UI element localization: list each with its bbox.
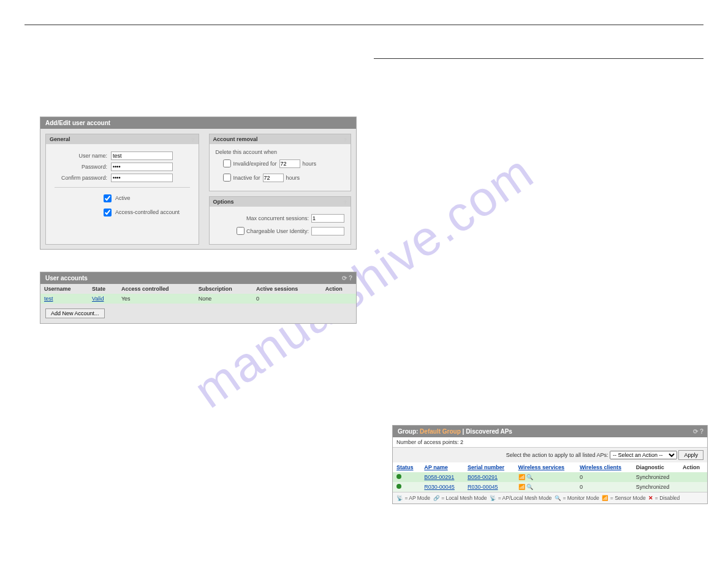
cell-clients: 0 bbox=[576, 472, 632, 482]
removal-box: Account removal ? Delete this account wh… bbox=[209, 134, 352, 191]
active-checkbox[interactable] bbox=[104, 194, 112, 202]
col-status[interactable]: Status bbox=[393, 462, 420, 472]
disabled-icon: ✕ bbox=[648, 495, 653, 501]
ap-count-label: Number of access points: 2 bbox=[396, 439, 463, 445]
col-state: State bbox=[88, 284, 118, 294]
legend-lm: = Local Mesh Mode bbox=[441, 495, 487, 501]
col-access: Access controlled bbox=[118, 284, 195, 294]
general-header: General ? bbox=[46, 134, 199, 144]
invalid-label: Invalid/expired for bbox=[233, 161, 277, 167]
col-subscription: Subscription bbox=[195, 284, 252, 294]
col-action: Action bbox=[679, 462, 707, 472]
ap-name-link[interactable]: B058-00291 bbox=[424, 474, 454, 480]
col-wclients[interactable]: Wireless clients bbox=[576, 462, 632, 472]
table-row: B058-00291 B058-00291 📶 🔍 0 Synchronized bbox=[393, 472, 707, 482]
action-bar: Select the action to apply to all listed… bbox=[393, 448, 707, 462]
invalid-hours-suffix: hours bbox=[303, 161, 317, 167]
inactive-hours-input[interactable] bbox=[263, 174, 284, 182]
group-suffix: | Discovered APs bbox=[461, 428, 512, 435]
cell-diag: Synchronized bbox=[632, 472, 679, 482]
discovered-aps-header: Group: Default Group | Discovered APs ⟳ … bbox=[393, 426, 707, 437]
action-select[interactable]: -- Select an Action -- bbox=[610, 451, 677, 459]
inactive-hours-suffix: hours bbox=[286, 175, 300, 181]
help-icon[interactable]: ⟳ ? bbox=[342, 275, 352, 282]
password-input[interactable] bbox=[111, 163, 173, 171]
col-apname[interactable]: AP name bbox=[420, 462, 464, 472]
table-row: test Valid Yes None 0 bbox=[40, 294, 356, 304]
user-accounts-title: User accounts bbox=[45, 275, 88, 282]
top-divider bbox=[25, 25, 703, 25]
secondary-divider bbox=[374, 58, 703, 59]
add-new-account-button[interactable]: Add New Account... bbox=[45, 308, 105, 318]
cell-subscription: None bbox=[195, 294, 252, 304]
invalid-hours-input[interactable] bbox=[279, 159, 300, 168]
apply-button[interactable]: Apply bbox=[678, 450, 703, 460]
legend-ap: = AP Mode bbox=[404, 495, 430, 501]
col-diag: Diagnostic bbox=[632, 462, 679, 472]
state-link[interactable]: Valid bbox=[92, 296, 104, 302]
legend-dis: = Disabled bbox=[655, 495, 680, 501]
legend-aplm: = AP/Local Mesh Mode bbox=[498, 495, 552, 501]
legend-mon: = Monitor Mode bbox=[563, 495, 599, 501]
username-label: User name: bbox=[52, 153, 107, 159]
cell-active: 0 bbox=[252, 294, 322, 304]
confirm-password-input[interactable] bbox=[111, 174, 173, 182]
chargeable-input[interactable] bbox=[311, 227, 344, 236]
action-label: Select the action to apply to all listed… bbox=[506, 452, 609, 458]
add-edit-panel: Add/Edit user account General ? User nam… bbox=[40, 117, 357, 250]
status-dot-icon bbox=[396, 484, 401, 489]
monitor-icon: 🔍 bbox=[555, 495, 561, 501]
add-edit-title: Add/Edit user account bbox=[45, 120, 110, 126]
username-input[interactable] bbox=[111, 151, 173, 160]
user-accounts-header: User accounts ⟳ ? bbox=[40, 272, 356, 284]
sensor-icon: 📶 bbox=[602, 495, 609, 501]
monitor-icon: 🔍 bbox=[526, 474, 533, 480]
col-wservices[interactable]: Wireless services bbox=[515, 462, 576, 472]
discovered-aps-panel: Group: Default Group | Discovered APs ⟳ … bbox=[392, 425, 708, 504]
options-box: Options ? Max concurrent sessions: Charg… bbox=[209, 196, 352, 245]
cell-action bbox=[322, 294, 356, 304]
monitor-icon: 🔍 bbox=[526, 484, 533, 490]
antenna-icon: 📶 bbox=[518, 484, 525, 490]
serial-link[interactable]: B058-00291 bbox=[468, 474, 498, 480]
help-icon[interactable]: ? bbox=[344, 137, 347, 143]
group-prefix: Group: bbox=[398, 428, 420, 435]
options-header: Options ? bbox=[210, 197, 351, 207]
cell-access: Yes bbox=[118, 294, 195, 304]
col-active: Active sessions bbox=[252, 284, 322, 294]
username-link[interactable]: test bbox=[44, 296, 53, 302]
group-name: Default Group bbox=[420, 428, 461, 435]
general-box: General ? User name: Password: Confirm p… bbox=[45, 134, 199, 245]
cell-action bbox=[679, 482, 707, 492]
discovered-aps-table: Status AP name Serial number Wireless se… bbox=[393, 462, 707, 492]
legend-row: 📡 = AP Mode 🔗 = Local Mesh Mode 📡 = AP/L… bbox=[393, 492, 707, 504]
col-serial[interactable]: Serial number bbox=[464, 462, 515, 472]
help-icon[interactable]: ⟳ ? bbox=[693, 428, 703, 435]
antenna-icon: 📡 bbox=[396, 495, 403, 501]
help-icon[interactable]: ? bbox=[191, 137, 195, 143]
active-label: Active bbox=[115, 195, 131, 201]
mesh-icon: 🔗 bbox=[433, 495, 440, 501]
cell-clients: 0 bbox=[576, 482, 632, 492]
user-accounts-table: Username State Access controlled Subscri… bbox=[40, 284, 356, 304]
help-icon[interactable]: ? bbox=[344, 199, 347, 205]
chargeable-checkbox[interactable] bbox=[237, 227, 245, 235]
max-sessions-label: Max concurrent sessions: bbox=[246, 215, 309, 221]
add-edit-header: Add/Edit user account bbox=[40, 117, 356, 129]
inactive-checkbox[interactable] bbox=[223, 174, 231, 182]
removal-header-text: Account removal bbox=[213, 136, 258, 142]
serial-link[interactable]: R030-00045 bbox=[468, 484, 498, 490]
password-label: Password: bbox=[52, 164, 107, 170]
ap-count-row: Number of access points: 2 bbox=[393, 437, 707, 448]
ap-name-link[interactable]: R030-00045 bbox=[424, 484, 455, 490]
general-divider bbox=[55, 187, 190, 188]
confirm-password-label: Confirm password: bbox=[52, 175, 107, 181]
access-controlled-checkbox[interactable] bbox=[104, 209, 112, 216]
invalid-checkbox[interactable] bbox=[223, 159, 231, 167]
col-username: Username bbox=[40, 284, 88, 294]
legend-sen: = Sensor Mode bbox=[610, 495, 646, 501]
removal-intro: Delete this account when bbox=[216, 149, 345, 155]
general-header-text: General bbox=[50, 136, 70, 142]
max-sessions-input[interactable] bbox=[311, 214, 344, 223]
table-row: R030-00045 R030-00045 📶 🔍 0 Synchronized bbox=[393, 482, 707, 492]
